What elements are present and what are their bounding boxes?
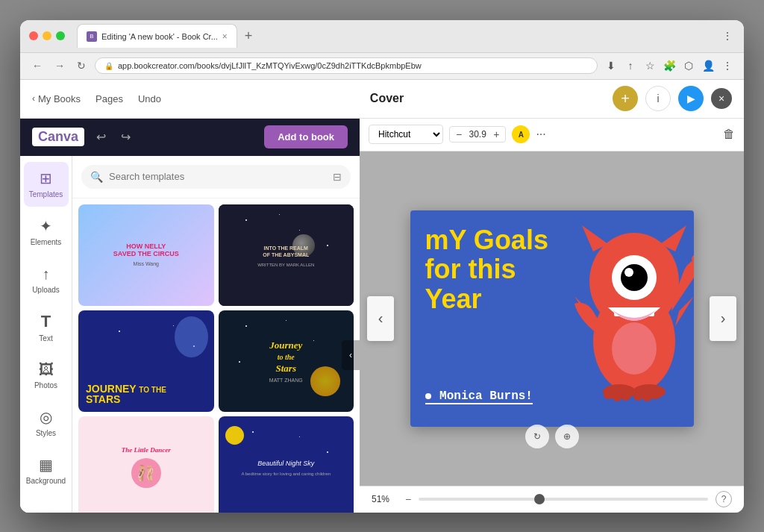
author-text: Monica Burns!	[425, 389, 533, 404]
canvas-viewport: ‹ mY Goals for this Year Monica Burns!	[360, 151, 744, 486]
canvas-nav-left[interactable]: ‹	[367, 296, 394, 341]
download-icon[interactable]: ⬇	[604, 58, 619, 73]
color-picker-button[interactable]: A	[512, 125, 530, 143]
menu-icon[interactable]: ⋮	[720, 58, 735, 73]
forward-button[interactable]: →	[51, 58, 68, 73]
sidebar-item-styles[interactable]: ◎ Styles	[24, 401, 69, 445]
tab-close-btn[interactable]: ×	[222, 31, 228, 42]
position-button[interactable]: ⊕	[555, 425, 579, 448]
page-title: Cover	[176, 92, 598, 105]
template-journey-blue[interactable]: JOURNEY TO THESTARS	[78, 310, 214, 412]
info-button[interactable]: i	[645, 86, 671, 111]
share-icon[interactable]: ↑	[623, 58, 638, 73]
zoom-minus-button[interactable]: −	[405, 493, 411, 505]
close-button[interactable]: ×	[711, 88, 732, 109]
svg-point-19	[613, 392, 621, 401]
delete-button[interactable]: 🗑	[723, 128, 735, 141]
maximize-traffic-light[interactable]	[56, 31, 65, 40]
monster-svg	[571, 222, 694, 416]
photos-icon: 🖼	[39, 361, 54, 378]
extensions-icon[interactable]: ⬡	[681, 58, 696, 73]
templates-icon: ⊞	[40, 169, 52, 187]
size-increase-button[interactable]: +	[492, 128, 501, 140]
new-tab-button[interactable]: +	[240, 27, 257, 46]
extension-icon[interactable]: 🧩	[662, 58, 677, 73]
sidebar-item-templates[interactable]: ⊞ Templates	[24, 162, 69, 207]
canva-undo-button[interactable]: ↩	[93, 127, 109, 147]
zoom-value: 51%	[372, 494, 398, 504]
template-subtitle: WRITTEN BY MARK ALLEN	[257, 263, 314, 267]
template-subtitle: A bedtime story for loving and caring ch…	[239, 470, 332, 478]
font-size-value: 30.9	[466, 129, 489, 140]
author-name: Monica Burns!	[439, 389, 533, 403]
zoom-slider[interactable]	[419, 498, 708, 501]
book-page[interactable]: mY Goals for this Year Monica Burns!	[410, 210, 694, 427]
template-abysmal[interactable]: INTO THE REALMOF THE ABYSMAL WRITTEN BY …	[219, 204, 354, 306]
template-title: The Little Dancer	[122, 446, 171, 454]
font-selector[interactable]: Hitchcut	[369, 125, 443, 144]
my-books-link[interactable]: ‹ My Books	[32, 93, 81, 104]
search-box[interactable]: 🔍 ⊟	[81, 165, 351, 189]
template-night-sky[interactable]: Beautiful Night Sky A bedtime story for …	[219, 416, 354, 513]
active-tab[interactable]: B Editing 'A new book' - Book Cr... ×	[77, 24, 237, 48]
template-journey-dark[interactable]: Journeyto theStars MATT ZHANG	[219, 310, 354, 412]
canva-redo-button[interactable]: ↪	[118, 127, 134, 147]
bookmark-icon[interactable]: ☆	[642, 58, 657, 73]
back-button[interactable]: ←	[29, 58, 46, 73]
canva-header: Canva ↩ ↪ Add to book	[20, 119, 360, 156]
template-dancer[interactable]: The Little Dancer 🩰	[78, 416, 214, 513]
dancer-illustration: 🩰	[131, 458, 161, 488]
search-icon: 🔍	[90, 171, 103, 183]
browser-toolbar: ← → ↻ 🔒 app.bookcreator.com/books/dvjLfJ…	[20, 53, 744, 80]
profile-icon[interactable]: 👤	[701, 58, 716, 73]
header-actions: + i ▶ ×	[613, 86, 732, 111]
pages-link[interactable]: Pages	[96, 93, 123, 104]
add-to-book-button[interactable]: Add to book	[264, 125, 348, 148]
template-title: JOURNEY TO THESTARS	[86, 384, 166, 404]
canvas-nav-right[interactable]: ›	[710, 296, 736, 341]
scroll-right-indicator[interactable]: ‹	[342, 340, 360, 370]
more-options-button[interactable]: ···	[536, 128, 545, 141]
sidebar-item-photos[interactable]: 🖼 Photos	[24, 353, 69, 398]
help-button[interactable]: ?	[716, 491, 732, 507]
tab-title: Editing 'A new book' - Book Cr...	[101, 32, 218, 41]
background-label: Background	[26, 477, 66, 485]
rotate-button[interactable]: ↻	[525, 425, 549, 448]
template-title: Journeyto theStars	[269, 339, 302, 375]
photos-label: Photos	[34, 381, 57, 389]
close-traffic-light[interactable]	[29, 31, 38, 40]
play-button[interactable]: ▶	[678, 86, 704, 111]
address-bar[interactable]: 🔒 app.bookcreator.com/books/dvjLfJlIT_Kz…	[95, 57, 598, 74]
editor-canvas-area: Hitchcut − 30.9 + A ··· 🗑 ‹	[360, 119, 744, 513]
pages-label: Pages	[96, 93, 123, 104]
sidebar-item-background[interactable]: ▦ Background	[24, 448, 69, 493]
filter-button[interactable]: ⊟	[333, 171, 342, 183]
svg-point-23	[651, 390, 660, 399]
templates-grid: HOW NELLYSAVED THE CIRCUS Miss Wang	[72, 198, 360, 513]
tab-favicon: B	[87, 31, 97, 42]
template-how-nelly[interactable]: HOW NELLYSAVED THE CIRCUS Miss Wang	[78, 204, 214, 306]
sidebar-item-text[interactable]: T Text	[24, 305, 69, 350]
canva-sidebar: ⊞ Templates ✦ Elements ↑ Uploads T	[20, 156, 72, 513]
canvas-controls: ↻ ⊕	[525, 425, 579, 448]
text-icon: T	[41, 312, 51, 331]
sidebar-item-elements[interactable]: ✦ Elements	[24, 210, 69, 254]
add-page-button[interactable]: +	[613, 86, 638, 111]
elements-icon: ✦	[40, 217, 52, 235]
tab-bar: B Editing 'A new book' - Book Cr... × +	[77, 24, 714, 48]
canva-logo: Canva	[32, 128, 84, 146]
size-decrease-button[interactable]: −	[454, 128, 463, 140]
templates-panel: 🔍 ⊟ HOW NELLYSAVED THE CIRCUS Miss Wang	[72, 156, 360, 513]
color-a-icon: A	[519, 131, 524, 139]
svg-point-18	[604, 390, 613, 399]
search-input[interactable]	[109, 171, 327, 182]
minimize-traffic-light[interactable]	[43, 31, 51, 40]
refresh-button[interactable]: ↻	[74, 58, 89, 73]
traffic-lights	[29, 31, 65, 40]
browser-settings-icon[interactable]: ⋮	[720, 28, 735, 43]
template-title: HOW NELLYSAVED THE CIRCUS	[113, 243, 179, 258]
undo-link[interactable]: Undo	[138, 93, 161, 104]
zoom-thumb[interactable]	[534, 494, 545, 504]
sidebar-item-uploads[interactable]: ↑ Uploads	[24, 257, 69, 302]
size-control: − 30.9 +	[449, 126, 506, 143]
